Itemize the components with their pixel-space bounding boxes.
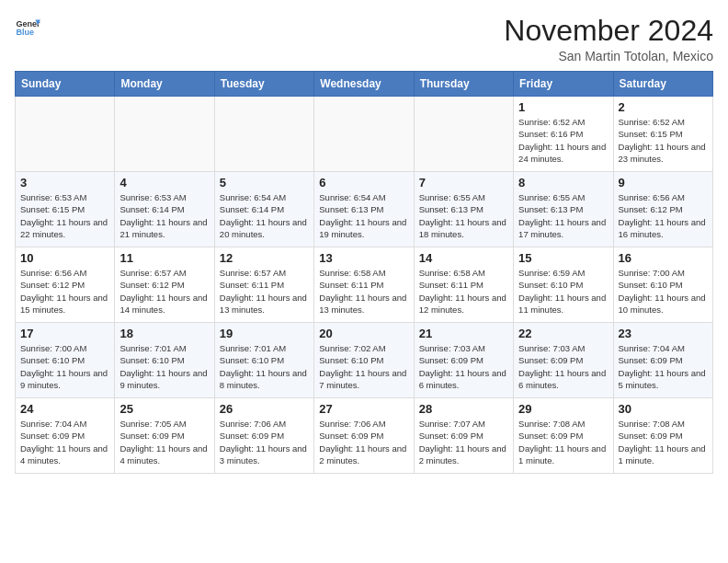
- calendar-cell: 24Sunrise: 7:04 AMSunset: 6:09 PMDayligh…: [16, 398, 115, 474]
- day-info: Daylight: 11 hours and 10 minutes.: [619, 292, 708, 316]
- day-info: Daylight: 11 hours and 1 minute.: [619, 442, 708, 467]
- day-number: 7: [419, 176, 508, 190]
- day-info: Daylight: 11 hours and 13 minutes.: [319, 292, 408, 316]
- calendar-cell: [314, 97, 414, 172]
- day-info: Sunset: 6:09 PM: [518, 354, 608, 366]
- day-number: 16: [619, 251, 708, 265]
- calendar-cell: 22Sunrise: 7:03 AMSunset: 6:09 PMDayligh…: [514, 323, 613, 398]
- calendar-cell: 30Sunrise: 7:08 AMSunset: 6:09 PMDayligh…: [613, 398, 712, 474]
- day-number: 24: [20, 402, 109, 416]
- day-info: Sunrise: 7:06 AM: [319, 418, 408, 430]
- day-info: Sunrise: 6:52 AM: [619, 116, 708, 128]
- calendar-day-header: Wednesday: [314, 72, 414, 97]
- day-info: Daylight: 11 hours and 4 minutes.: [119, 442, 209, 467]
- calendar-week-row: 1Sunrise: 6:52 AMSunset: 6:16 PMDaylight…: [16, 97, 713, 172]
- day-info: Sunrise: 7:07 AM: [419, 418, 508, 430]
- day-number: 9: [619, 176, 708, 190]
- calendar-cell: 5Sunrise: 6:54 AMSunset: 6:14 PMDaylight…: [214, 172, 313, 247]
- day-number: 13: [319, 251, 408, 265]
- day-number: 17: [20, 327, 109, 340]
- day-info: Daylight: 11 hours and 2 minutes.: [419, 442, 508, 467]
- calendar-day-header: Thursday: [414, 72, 513, 97]
- logo-icon: General Blue: [15, 15, 40, 40]
- day-info: Sunset: 6:09 PM: [518, 430, 608, 442]
- calendar-cell: 7Sunrise: 6:55 AMSunset: 6:13 PMDaylight…: [414, 172, 513, 247]
- calendar-week-row: 17Sunrise: 7:00 AMSunset: 6:10 PMDayligh…: [16, 323, 713, 398]
- calendar-cell: 3Sunrise: 6:53 AMSunset: 6:15 PMDaylight…: [16, 172, 115, 247]
- day-info: Daylight: 11 hours and 6 minutes.: [518, 367, 608, 392]
- day-info: Daylight: 11 hours and 9 minutes.: [119, 367, 209, 392]
- calendar-week-row: 24Sunrise: 7:04 AMSunset: 6:09 PMDayligh…: [16, 398, 713, 474]
- day-info: Sunrise: 6:59 AM: [518, 267, 608, 279]
- day-number: 10: [20, 251, 109, 265]
- calendar-cell: 17Sunrise: 7:00 AMSunset: 6:10 PMDayligh…: [16, 323, 115, 398]
- calendar-cell: 10Sunrise: 6:56 AMSunset: 6:12 PMDayligh…: [16, 247, 115, 323]
- day-info: Sunrise: 6:58 AM: [319, 267, 408, 279]
- day-info: Sunset: 6:09 PM: [220, 430, 309, 442]
- calendar-day-header: Saturday: [613, 72, 712, 97]
- day-info: Sunset: 6:14 PM: [119, 203, 209, 215]
- day-info: Sunset: 6:14 PM: [220, 203, 309, 215]
- day-number: 22: [518, 327, 608, 340]
- day-number: 14: [419, 251, 508, 265]
- day-info: Sunrise: 6:56 AM: [619, 191, 708, 203]
- location-title: San Martin Totolan, Mexico: [504, 49, 713, 63]
- day-info: Daylight: 11 hours and 14 minutes.: [119, 292, 209, 316]
- calendar-cell: 13Sunrise: 6:58 AMSunset: 6:11 PMDayligh…: [314, 247, 414, 323]
- day-info: Daylight: 11 hours and 22 minutes.: [20, 216, 109, 241]
- calendar-cell: 28Sunrise: 7:07 AMSunset: 6:09 PMDayligh…: [414, 398, 513, 474]
- calendar-cell: 2Sunrise: 6:52 AMSunset: 6:15 PMDaylight…: [613, 97, 712, 172]
- day-number: 30: [619, 402, 708, 416]
- day-info: Sunset: 6:13 PM: [419, 203, 508, 215]
- calendar-day-header: Sunday: [16, 72, 115, 97]
- day-info: Sunset: 6:10 PM: [119, 354, 209, 366]
- calendar-cell: 1Sunrise: 6:52 AMSunset: 6:16 PMDaylight…: [514, 97, 613, 172]
- day-number: 6: [319, 176, 408, 190]
- day-info: Sunrise: 6:58 AM: [419, 267, 508, 279]
- day-info: Sunset: 6:10 PM: [220, 354, 309, 366]
- day-info: Sunset: 6:12 PM: [119, 279, 209, 291]
- day-info: Sunset: 6:09 PM: [419, 354, 508, 366]
- day-info: Sunset: 6:11 PM: [419, 279, 508, 291]
- day-info: Sunrise: 6:52 AM: [518, 116, 608, 128]
- calendar-cell: [214, 97, 313, 172]
- day-info: Sunset: 6:10 PM: [518, 279, 608, 291]
- day-number: 29: [518, 402, 608, 416]
- day-info: Daylight: 11 hours and 16 minutes.: [619, 216, 708, 241]
- day-info: Sunset: 6:10 PM: [20, 354, 109, 366]
- calendar-cell: 11Sunrise: 6:57 AMSunset: 6:12 PMDayligh…: [115, 247, 214, 323]
- calendar-cell: 29Sunrise: 7:08 AMSunset: 6:09 PMDayligh…: [514, 398, 613, 474]
- calendar-week-row: 3Sunrise: 6:53 AMSunset: 6:15 PMDaylight…: [16, 172, 713, 247]
- day-info: Daylight: 11 hours and 19 minutes.: [319, 216, 408, 241]
- day-info: Daylight: 11 hours and 17 minutes.: [518, 216, 608, 241]
- calendar-cell: 27Sunrise: 7:06 AMSunset: 6:09 PMDayligh…: [314, 398, 414, 474]
- day-info: Daylight: 11 hours and 2 minutes.: [319, 442, 408, 467]
- day-number: 19: [220, 327, 309, 340]
- logo: General Blue: [15, 15, 40, 40]
- day-info: Sunset: 6:12 PM: [619, 203, 708, 215]
- day-info: Sunrise: 7:04 AM: [619, 342, 708, 354]
- day-info: Sunset: 6:13 PM: [518, 203, 608, 215]
- day-info: Sunrise: 6:54 AM: [220, 191, 309, 203]
- day-number: 8: [518, 176, 608, 190]
- month-title: November 2024: [504, 15, 713, 47]
- calendar-cell: 8Sunrise: 6:55 AMSunset: 6:13 PMDaylight…: [514, 172, 613, 247]
- calendar-cell: 12Sunrise: 6:57 AMSunset: 6:11 PMDayligh…: [214, 247, 313, 323]
- day-number: 15: [518, 251, 608, 265]
- day-info: Daylight: 11 hours and 20 minutes.: [220, 216, 309, 241]
- title-section: November 2024 San Martin Totolan, Mexico: [504, 15, 713, 63]
- day-info: Daylight: 11 hours and 7 minutes.: [319, 367, 408, 392]
- day-info: Sunrise: 7:05 AM: [119, 418, 209, 430]
- day-info: Sunrise: 7:02 AM: [319, 342, 408, 354]
- day-number: 27: [319, 402, 408, 416]
- day-info: Sunset: 6:11 PM: [319, 279, 408, 291]
- day-info: Sunrise: 6:55 AM: [518, 191, 608, 203]
- calendar-cell: [115, 97, 214, 172]
- day-info: Sunset: 6:12 PM: [20, 279, 109, 291]
- day-info: Sunset: 6:09 PM: [20, 430, 109, 442]
- day-info: Sunrise: 6:53 AM: [119, 191, 209, 203]
- day-info: Sunrise: 7:00 AM: [619, 267, 708, 279]
- day-info: Sunrise: 7:04 AM: [20, 418, 109, 430]
- calendar-week-row: 10Sunrise: 6:56 AMSunset: 6:12 PMDayligh…: [16, 247, 713, 323]
- day-info: Sunset: 6:09 PM: [419, 430, 508, 442]
